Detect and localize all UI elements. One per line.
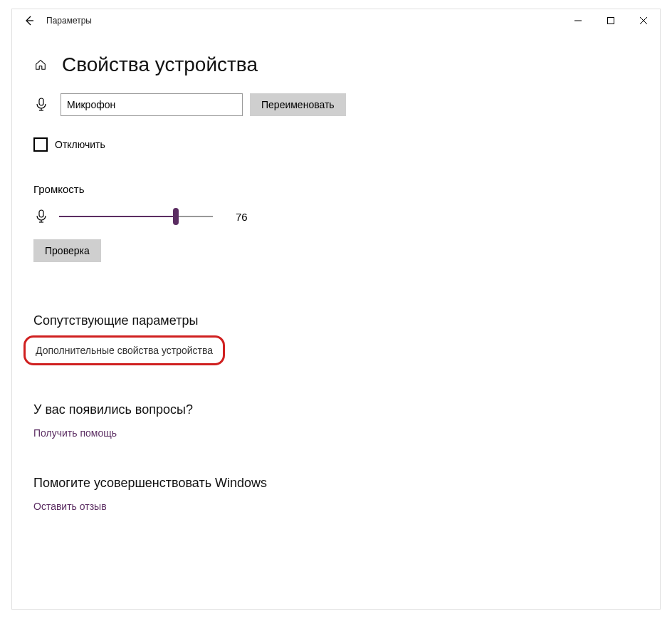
- maximize-button[interactable]: [594, 9, 627, 32]
- volume-heading: Громкость: [33, 183, 639, 195]
- back-button[interactable]: [19, 11, 39, 31]
- arrow-left-icon: [23, 15, 35, 26]
- volume-slider[interactable]: [59, 208, 213, 225]
- checkbox-box: [33, 137, 48, 152]
- highlight-annotation: Дополнительные свойства устройства: [23, 335, 225, 365]
- device-name-input[interactable]: [61, 93, 243, 116]
- microphone-icon: [33, 209, 49, 224]
- disable-label: Отключить: [55, 139, 105, 150]
- close-icon: [640, 17, 647, 24]
- maximize-icon: [607, 17, 614, 24]
- additional-device-properties-link[interactable]: Дополнительные свойства устройства: [36, 345, 213, 356]
- slider-fill: [59, 216, 176, 217]
- window-title: Параметры: [46, 16, 92, 26]
- minimize-icon: [574, 17, 582, 24]
- leave-feedback-link[interactable]: Оставить отзыв: [33, 501, 107, 512]
- minimize-button[interactable]: [562, 9, 594, 32]
- close-button[interactable]: [627, 9, 660, 32]
- feedback-heading: Помогите усовершенствовать Windows: [33, 476, 639, 491]
- home-icon[interactable]: [33, 58, 48, 72]
- svg-rect-8: [39, 210, 43, 217]
- microphone-icon: [33, 97, 49, 113]
- slider-thumb: [173, 208, 179, 225]
- rename-button[interactable]: Переименовать: [250, 93, 346, 116]
- page-title: Свойства устройства: [62, 53, 258, 76]
- questions-heading: У вас появились вопросы?: [33, 402, 639, 417]
- disable-checkbox[interactable]: Отключить: [33, 137, 639, 152]
- svg-rect-5: [39, 98, 43, 105]
- test-button[interactable]: Проверка: [33, 239, 101, 262]
- get-help-link[interactable]: Получить помощь: [33, 427, 117, 439]
- svg-rect-2: [608, 18, 614, 24]
- related-heading: Сопутствующие параметры: [33, 313, 639, 328]
- volume-value: 76: [236, 211, 248, 223]
